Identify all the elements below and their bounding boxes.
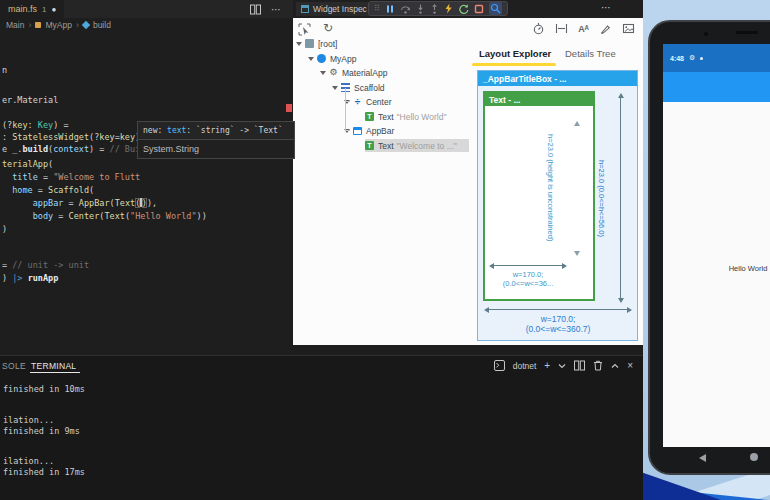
- code-line[interactable]: terialApp(: [2, 159, 53, 170]
- outer-width-label: w=170.0; (0.0<=w<=360.7): [483, 314, 633, 334]
- camera-icon: [704, 32, 708, 36]
- chevron-down-icon[interactable]: [308, 57, 314, 61]
- breadcrumb-separator: ›: [28, 20, 31, 30]
- step-into-icon[interactable]: [416, 4, 425, 14]
- tree-item-root[interactable]: [root]: [296, 37, 349, 50]
- emulator-screen[interactable]: 4:48 ⚙ Hello World: [663, 44, 770, 447]
- highlight-oversized-images-icon[interactable]: [622, 22, 635, 35]
- code-line[interactable]: = // unit -> unit: [2, 260, 89, 271]
- widget-inspector-toggle-icon[interactable]: [489, 2, 502, 15]
- text-icon: T: [365, 112, 374, 121]
- more-actions-icon[interactable]: ⋯: [601, 2, 611, 13]
- terminal-shell-label[interactable]: dotnet: [513, 361, 537, 371]
- inspector-tab-icon: [301, 5, 309, 13]
- terminal-line: finished in 9ms: [3, 426, 80, 436]
- materialapp-icon: ⚙: [329, 68, 338, 77]
- active-panel-tab-underline: [30, 372, 80, 373]
- code-line[interactable]: : StatelessWidget(?key=key): [2, 132, 140, 143]
- status-time: 4:48: [670, 55, 684, 62]
- breadcrumb-main[interactable]: Main: [6, 20, 24, 30]
- split-editor-icon[interactable]: [250, 4, 261, 15]
- breadcrumb-build[interactable]: build: [93, 20, 111, 30]
- tree-item-value: "Hello World": [397, 112, 447, 122]
- maximize-panel-icon[interactable]: [611, 363, 619, 369]
- tree-item-value: "Welcome to ...": [397, 141, 457, 151]
- stop-icon[interactable]: [474, 4, 484, 14]
- more-actions-icon[interactable]: ⋯: [271, 4, 281, 15]
- myapp-icon: [317, 54, 326, 63]
- widget-tree: [root]MyApp⚙MaterialAppScaffold÷CenterTT…: [293, 18, 471, 345]
- inner-height-label: h=23.0 (height is unconstrained): [545, 128, 556, 248]
- tree-item-myapp[interactable]: MyApp: [308, 52, 368, 65]
- tree-item-label: MyApp: [330, 54, 356, 64]
- tree-item-materialapp[interactable]: ⚙MaterialApp: [320, 66, 399, 79]
- tooltip-signature: new: text: `string` -> `Text`: [138, 122, 294, 139]
- terminal-dropdown-icon[interactable]: [558, 363, 566, 369]
- split-terminal-icon[interactable]: [574, 360, 585, 371]
- tree-item-appbar[interactable]: AppBar: [344, 124, 406, 137]
- nav-back-icon[interactable]: [699, 454, 706, 462]
- restart-icon[interactable]: [458, 3, 469, 14]
- tree-item-label: MaterialApp: [342, 68, 387, 78]
- folder-icon: [305, 39, 314, 48]
- speaker-grille: [736, 31, 758, 34]
- outer-width-arrow: [484, 306, 632, 313]
- layout-box-appbartitlebox-header[interactable]: _AppBarTitleBox - ...: [478, 71, 637, 86]
- app-bar: [663, 72, 770, 102]
- inspector-title-strip: Widget Inspec ⠿ ⋯: [293, 0, 643, 18]
- tab-widget-inspector[interactable]: Widget Inspec: [296, 2, 372, 16]
- modified-dot-icon: ●: [51, 5, 56, 14]
- tree-item-text[interactable]: TText"Hello World": [365, 110, 458, 123]
- kill-terminal-icon[interactable]: [593, 360, 603, 371]
- show-guidelines-icon[interactable]: [555, 22, 568, 35]
- code-line[interactable]: n: [2, 65, 7, 76]
- appbar-icon: [353, 127, 362, 135]
- code-line[interactable]: (?key: Key) =: [2, 120, 69, 131]
- debug-toolbar: ⠿: [368, 1, 508, 16]
- tree-item-text[interactable]: TText"Welcome to ...": [365, 139, 469, 152]
- app-body: Hello World: [663, 102, 770, 447]
- new-terminal-icon[interactable]: +: [544, 361, 550, 371]
- tab-details-tree[interactable]: Details Tree: [565, 48, 616, 59]
- code-line[interactable]: title = "Welcome to Flutt: [2, 172, 140, 183]
- tree-item-label: AppBar: [366, 126, 394, 136]
- code-line[interactable]: ): [2, 224, 7, 235]
- hello-world-text: Hello World: [663, 264, 770, 273]
- widget-inspector-panel: ↻ Aᴬ [root]MyApp⚙MaterialAppScaffold÷Cen…: [293, 18, 643, 345]
- tab-main-fs[interactable]: main.fs 1 ●: [0, 0, 64, 18]
- android-status-bar: 4:48 ⚙: [663, 44, 770, 72]
- slow-animations-icon[interactable]: [532, 22, 545, 35]
- breadcrumb[interactable]: Main › MyApp › build: [0, 18, 293, 31]
- code-line[interactable]: appBar = AppBar(Text()),: [2, 198, 157, 209]
- step-out-icon[interactable]: [430, 4, 439, 14]
- code-line[interactable]: er.Material: [2, 95, 58, 106]
- chevron-down-icon[interactable]: [320, 71, 326, 75]
- tree-item-label: [root]: [318, 39, 337, 49]
- breadcrumb-myapp[interactable]: MyApp: [45, 20, 71, 30]
- tree-item-scaffold[interactable]: Scaffold: [332, 81, 397, 94]
- chevron-down-icon[interactable]: [332, 86, 338, 90]
- layout-box-text-header[interactable]: Text - ...: [485, 93, 593, 106]
- tree-item-center[interactable]: ÷Center: [344, 95, 404, 108]
- signature-help-tooltip: new: text: `string` -> `Text` System.Str…: [137, 121, 295, 159]
- pause-icon[interactable]: [385, 4, 395, 14]
- highlight-repaints-icon[interactable]: [599, 22, 612, 35]
- terminal-line: ilation...: [3, 415, 54, 425]
- nav-home-icon[interactable]: [750, 453, 758, 461]
- terminal-line: finished in 10ms: [3, 384, 85, 394]
- show-baselines-icon[interactable]: Aᴬ: [578, 24, 589, 34]
- code-line[interactable]: ) |> runApp: [2, 273, 58, 284]
- code-line[interactable]: body = Center(Text("Hello World")): [2, 211, 207, 222]
- tab-layout-explorer[interactable]: Layout Explorer: [479, 48, 551, 59]
- close-panel-icon[interactable]: ×: [627, 361, 633, 371]
- tab-terminal[interactable]: TERMINAL: [31, 361, 76, 371]
- tab-debug-console[interactable]: SOLE: [2, 361, 26, 371]
- code-line[interactable]: home = Scaffold(: [2, 185, 94, 196]
- drag-handle-icon[interactable]: ⠿: [374, 4, 380, 13]
- tree-connector: [345, 88, 346, 131]
- chevron-down-icon[interactable]: [296, 42, 302, 46]
- android-emulator: 4:48 ⚙ Hello World: [648, 20, 770, 475]
- hot-reload-icon[interactable]: [444, 3, 453, 14]
- step-over-icon[interactable]: [400, 4, 411, 14]
- code-editor[interactable]: ner.Material(?key: Key) =: StatelessWidg…: [0, 31, 293, 355]
